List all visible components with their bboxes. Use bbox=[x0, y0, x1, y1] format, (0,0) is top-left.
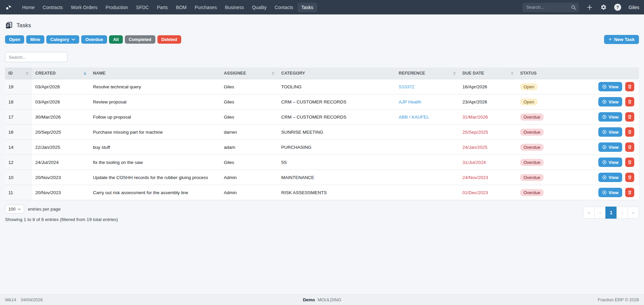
tasks-table: ID CREATED NAME ASSIGNEE CATEGORY REFERE… bbox=[5, 68, 639, 200]
status-badge: Overdue bbox=[520, 114, 544, 121]
reference-link[interactable] bbox=[395, 185, 459, 200]
help-icon[interactable]: ? bbox=[614, 4, 621, 11]
page-title: Tasks bbox=[16, 22, 31, 29]
nav-item-contacts[interactable]: Contacts bbox=[271, 3, 297, 12]
column-header-reference[interactable]: REFERENCE bbox=[395, 68, 459, 79]
delete-button[interactable] bbox=[625, 97, 634, 106]
delete-button[interactable] bbox=[625, 127, 634, 137]
pagination-first-button[interactable]: « bbox=[583, 207, 595, 219]
view-button[interactable]: View bbox=[598, 188, 622, 197]
column-header-created[interactable]: CREATED bbox=[32, 68, 90, 79]
pagination-prev-button[interactable]: ‹ bbox=[594, 207, 606, 219]
trash-icon bbox=[628, 175, 632, 180]
per-page-select[interactable]: 100 bbox=[5, 205, 24, 214]
view-button-label: View bbox=[609, 175, 618, 180]
task-name-cell: fix the tooling on the saw bbox=[90, 155, 220, 170]
eye-icon bbox=[602, 130, 607, 134]
pagination-next-button[interactable]: › bbox=[616, 207, 628, 219]
column-header-id[interactable]: ID bbox=[5, 68, 32, 79]
delete-button[interactable] bbox=[625, 188, 634, 197]
assignee-cell: Giles bbox=[220, 94, 278, 110]
nav-item-production[interactable]: Production bbox=[102, 3, 132, 12]
task-name-cell: Carry out risk assessment for the assemb… bbox=[90, 185, 220, 200]
pagination-last-button[interactable]: » bbox=[628, 207, 639, 219]
table-search-input[interactable] bbox=[5, 52, 67, 62]
reference-link[interactable]: AJP Health bbox=[395, 94, 459, 110]
nav-item-quality[interactable]: Quality bbox=[248, 3, 270, 12]
nav-item-parts[interactable]: Parts bbox=[153, 3, 171, 12]
view-button[interactable]: View bbox=[598, 173, 622, 182]
column-header-due[interactable]: DUE DATE bbox=[459, 68, 517, 79]
view-button[interactable]: View bbox=[598, 112, 622, 122]
filter-button-all[interactable]: All bbox=[109, 35, 123, 44]
plus-icon[interactable] bbox=[586, 4, 593, 11]
view-button[interactable]: View bbox=[598, 97, 622, 106]
filter-button-category[interactable]: Category bbox=[46, 35, 79, 44]
top-navbar: HomeContractsWork OrdersProductionSFDCPa… bbox=[0, 0, 644, 14]
eye-icon bbox=[602, 99, 607, 104]
task-name-cell: Resolve technical query bbox=[90, 79, 220, 94]
nav-item-home[interactable]: Home bbox=[18, 3, 38, 12]
footer-date: 04/04/2026 bbox=[21, 297, 43, 302]
new-task-button[interactable]: + New Task bbox=[604, 35, 639, 44]
view-button[interactable]: View bbox=[598, 82, 622, 91]
view-button[interactable]: View bbox=[598, 158, 622, 167]
delete-button[interactable] bbox=[625, 82, 634, 91]
view-button[interactable]: View bbox=[598, 127, 622, 137]
tasks-icon bbox=[5, 21, 13, 29]
sort-icon bbox=[84, 72, 86, 75]
filter-button-mine[interactable]: Mine bbox=[26, 35, 44, 44]
view-button-label: View bbox=[609, 160, 618, 165]
reference-link[interactable]: S10372 bbox=[395, 79, 459, 94]
assignee-cell: Giles bbox=[220, 155, 278, 170]
reference-link[interactable]: ABB / KAUFEL bbox=[395, 110, 459, 125]
delete-button[interactable] bbox=[625, 142, 634, 152]
search-icon[interactable] bbox=[571, 5, 576, 11]
pagination-page-1-button[interactable]: 1 bbox=[605, 207, 617, 219]
nav-item-sfdc[interactable]: SFDC bbox=[132, 3, 152, 12]
reference-link[interactable] bbox=[395, 125, 459, 140]
due-date-cell: 31/Jul/2024 bbox=[459, 155, 517, 170]
table-row: 19 03/Apr/2026 Resolve technical query G… bbox=[5, 79, 639, 94]
user-menu[interactable]: Giles bbox=[629, 5, 639, 10]
task-name-cell: Purchase missing part for machine bbox=[90, 125, 220, 140]
sort-icon bbox=[453, 72, 456, 75]
delete-button[interactable] bbox=[625, 112, 634, 122]
nav-item-business[interactable]: Business bbox=[221, 3, 248, 12]
task-name-cell: Follow up proposal bbox=[90, 110, 220, 125]
reference-link[interactable] bbox=[395, 170, 459, 185]
view-button-label: View bbox=[609, 84, 618, 89]
filter-button-overdue[interactable]: Overdue bbox=[81, 35, 107, 44]
column-header-category[interactable]: CATEGORY bbox=[278, 68, 395, 79]
created-cell: 20/Nov/2023 bbox=[32, 185, 90, 200]
fraction-logo[interactable] bbox=[5, 3, 14, 12]
column-header-actions[interactable] bbox=[594, 68, 639, 79]
trash-icon bbox=[628, 145, 632, 149]
status-badge: Overdue bbox=[520, 129, 544, 136]
view-button[interactable]: View bbox=[598, 142, 622, 152]
nav-item-contracts[interactable]: Contracts bbox=[39, 3, 66, 12]
table-row: 18 03/Apr/2026 Review proposal Giles CRM… bbox=[5, 94, 639, 110]
due-date-cell: 23/Apr/2026 bbox=[459, 94, 517, 110]
column-header-assignee[interactable]: ASSIGNEE bbox=[220, 68, 278, 79]
filter-button-completed[interactable]: Completed bbox=[125, 35, 155, 44]
column-header-status[interactable]: STATUS bbox=[517, 68, 594, 79]
filter-button-open[interactable]: Open bbox=[5, 35, 24, 44]
nav-item-purchases[interactable]: Purchases bbox=[191, 3, 220, 12]
assignee-cell: Giles bbox=[220, 110, 278, 125]
nav-item-tasks[interactable]: Tasks bbox=[298, 3, 317, 12]
delete-button[interactable] bbox=[625, 173, 634, 182]
navbar-search-input[interactable] bbox=[523, 3, 579, 12]
task-name-cell: Update the COSHH records for the rubber … bbox=[90, 170, 220, 185]
category-cell: SUNRISE MEETING bbox=[278, 125, 395, 140]
nav-item-work-orders[interactable]: Work Orders bbox=[67, 3, 101, 12]
filter-button-deleted[interactable]: Deleted bbox=[157, 35, 181, 44]
reference-link[interactable] bbox=[395, 155, 459, 170]
delete-button[interactable] bbox=[625, 158, 634, 167]
eye-icon bbox=[602, 160, 607, 165]
task-id-cell: 18 bbox=[5, 94, 32, 110]
nav-item-bom[interactable]: BOM bbox=[172, 3, 190, 12]
reference-link[interactable] bbox=[395, 140, 459, 155]
column-header-name[interactable]: NAME bbox=[90, 68, 220, 79]
gear-icon[interactable] bbox=[600, 4, 607, 10]
